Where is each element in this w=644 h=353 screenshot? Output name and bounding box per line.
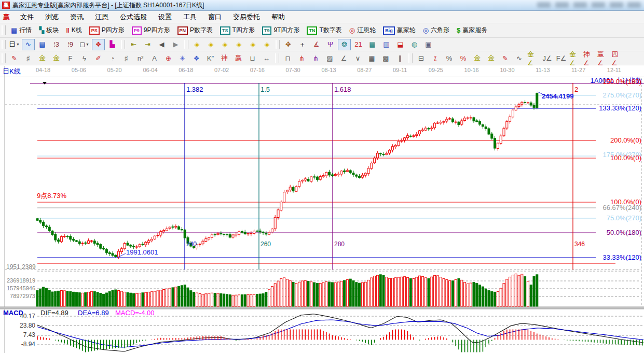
compress-cross-button[interactable]: ◈ [232, 39, 245, 50]
box-star-tool[interactable]: ❖ [190, 52, 203, 64]
v-wave-tool[interactable]: ∨ [351, 52, 364, 64]
web-search-button[interactable]: ◍ [408, 39, 421, 50]
p-number-table-button[interactable]: PNP数字表 [174, 24, 217, 36]
9p-square-button[interactable]: P99P四方形 [128, 24, 174, 36]
menu-item-8[interactable]: 交易委托 [227, 12, 266, 22]
t-square-button[interactable]: TST四方形 [216, 24, 258, 36]
window-control-blurred[interactable] [555, 2, 569, 8]
win-ruler-tool[interactable]: 赢 [232, 52, 245, 64]
window-close-blurred[interactable] [627, 2, 641, 8]
minor-cycle-3-button[interactable]: ⁞3 [50, 39, 63, 50]
gann-brain-button[interactable]: ❂ [338, 39, 351, 50]
next-button[interactable]: ▶ [169, 39, 182, 50]
remote-sync-button[interactable]: ▣ [422, 39, 435, 50]
f-ruler-tool[interactable]: F [64, 52, 77, 64]
hand-tool-button[interactable]: ✥ [282, 39, 295, 50]
gold-angle2-tool[interactable]: 金∠ [569, 52, 582, 64]
t-number-table-button[interactable]: TNT数字表 [303, 24, 345, 36]
ruler2-tool[interactable]: ♯ [120, 52, 133, 64]
gold-ruler2-tool[interactable]: 金 [50, 52, 63, 64]
brush-tool[interactable]: ✎ [499, 52, 512, 64]
window-control-blurred[interactable] [573, 2, 587, 8]
notes-button[interactable]: ▥ [380, 39, 393, 50]
crosshair-button[interactable]: ＋ [296, 39, 309, 50]
pitchfork-button[interactable]: Ψ [324, 39, 337, 50]
calendar-21-button[interactable]: 21 [352, 39, 365, 50]
shen-angle-tool[interactable]: 神∠ [583, 52, 596, 64]
menu-item-5[interactable]: 设置 [153, 12, 177, 22]
menu-item-4[interactable]: 公式选股 [114, 12, 153, 22]
first-page-button[interactable]: ⇤ [127, 39, 140, 50]
last-page-button[interactable]: ⇥ [141, 39, 154, 50]
knife2-tool[interactable]: ✐ [92, 52, 105, 64]
calculator-button[interactable]: ▦ [366, 39, 379, 50]
pen-knife-tool[interactable]: ✎ [8, 52, 21, 64]
hollow-candle-button[interactable]: ◻▼ [78, 39, 91, 50]
gold-ruler-tool[interactable]: 金 [36, 52, 49, 64]
menu-item-3[interactable]: 江恩 [89, 12, 114, 22]
zigzag-trend-button[interactable]: ∿ [22, 39, 35, 50]
n-squared-tool[interactable]: n² [134, 52, 147, 64]
angle-measure-button[interactable]: ∡ [310, 39, 323, 50]
kline-period-daily-button[interactable]: 日▼ [8, 39, 21, 50]
winner-wheel-button[interactable]: Big赢家轮 [379, 24, 419, 36]
hexagon-button[interactable]: ◎六角形 [419, 24, 453, 36]
prev-button[interactable]: ◀ [155, 39, 168, 50]
win-angle-tool[interactable]: 赢∠ [597, 52, 610, 64]
window-control-blurred[interactable] [610, 2, 623, 8]
menu-item-0[interactable]: 文件 [15, 12, 39, 22]
gold-angle-tool[interactable]: 金∠ [527, 52, 540, 64]
info-list-button[interactable]: ▤ [36, 39, 49, 50]
gauge-bars-tool[interactable]: ⊟ [415, 52, 428, 64]
menu-item-7[interactable]: 窗口 [202, 12, 227, 22]
gold-circle-tool[interactable]: 金 [471, 52, 484, 64]
ruler-123-tool[interactable]: ⊔ [246, 52, 259, 64]
window-control-blurred[interactable] [592, 2, 605, 8]
grid-tool[interactable]: ▦ [365, 52, 378, 64]
ruler-tool[interactable]: ♯ [22, 52, 35, 64]
window-control-blurred[interactable] [537, 2, 551, 8]
minor-cycle-9-button[interactable]: ⁞9 [64, 39, 77, 50]
save-button[interactable]: ⬓ [394, 39, 407, 50]
span-arrows-tool[interactable]: ↔ [260, 52, 273, 64]
wave-tool[interactable]: ∿ [513, 52, 526, 64]
percent-chart-tool[interactable]: ⁒ [429, 52, 442, 64]
kline-button[interactable]: ‖K线 [62, 24, 85, 36]
box-frame-tool[interactable]: ⊓ [281, 52, 294, 64]
fan-purple-tool[interactable]: ⋔ [309, 52, 322, 64]
k-mark-tool[interactable]: K″ [204, 52, 217, 64]
f-angle-tool[interactable]: F∠ [555, 52, 568, 64]
compress-star-button[interactable]: ◈ [246, 39, 259, 50]
a-line-tool[interactable]: A [148, 52, 161, 64]
9t-square-button[interactable]: T99T四方形 [258, 24, 304, 36]
four-angle-tool[interactable]: 四∠ [611, 52, 624, 64]
parallel-tool[interactable]: ∥ [393, 52, 406, 64]
gann-wheel-button[interactable]: ◎江恩轮 [346, 24, 379, 36]
menu-item-1[interactable]: 浏览 [39, 12, 64, 22]
compress-all-button[interactable]: ◈ [261, 39, 273, 50]
winner-service-button[interactable]: $赢家服务 [453, 24, 491, 36]
compass-tool[interactable]: ⊕ [162, 52, 175, 64]
fan-red-tool[interactable]: ⋔ [295, 52, 308, 64]
star-tool[interactable]: ✳ [176, 52, 189, 64]
compress-right-button[interactable]: ◈ [204, 39, 217, 50]
gann-map-button[interactable]: ❖ [92, 39, 105, 50]
j-angle-tool[interactable]: J∠ [541, 52, 554, 64]
s-ruler-tool[interactable]: ϟ [78, 52, 91, 64]
menu-item-6[interactable]: 工具 [177, 12, 202, 22]
compress-h-button[interactable]: ◈ [218, 39, 231, 50]
compress-left-button[interactable]: ◈ [190, 39, 203, 50]
p-square-button[interactable]: PSP四方形 [86, 24, 128, 36]
angle-lines-tool[interactable]: ∠ [337, 52, 350, 64]
menu-item-9[interactable]: 帮助 [266, 12, 291, 22]
chart-region[interactable]: 日K线 1A0001 上证指数 MACD DIF=4.89 DEA=6.89 M… [0, 65, 644, 353]
quotes-button[interactable]: ▦行情 [7, 24, 35, 36]
sectors-button[interactable]: ▚板块 [35, 24, 62, 36]
percent-line-tool[interactable]: % [457, 52, 470, 64]
menu-item-2[interactable]: 资讯 [64, 12, 89, 22]
fan-box-tool[interactable]: ▨ [323, 52, 336, 64]
histogram-button[interactable]: ▙ [106, 39, 119, 50]
percent-tool[interactable]: % [443, 52, 456, 64]
gold-line-tool[interactable]: 金 [485, 52, 498, 64]
shen-ruler-tool[interactable]: 神 [218, 52, 231, 64]
